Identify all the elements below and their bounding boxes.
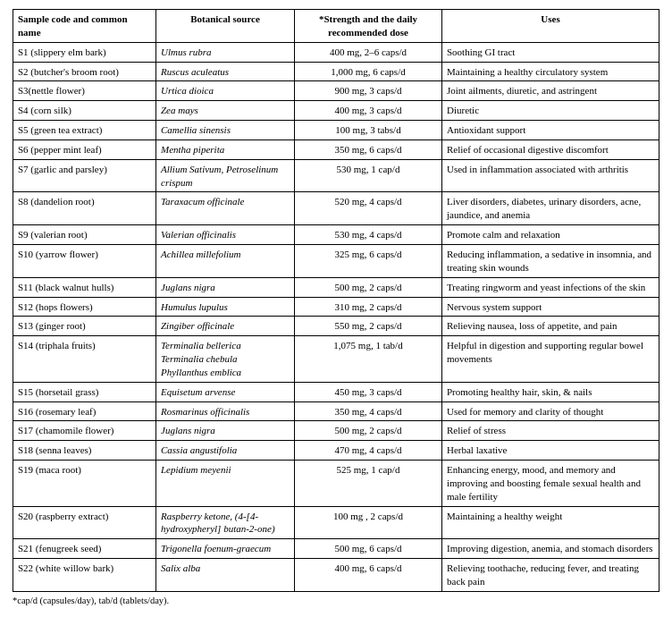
- cell-uses: Relieving nausea, loss of appetite, and …: [442, 317, 659, 336]
- cell-dose: 350 mg, 6 caps/d: [295, 139, 442, 159]
- cell-uses: Soothing GI tract: [442, 42, 659, 62]
- herb-table: Sample code and common name Botanical so…: [13, 9, 659, 592]
- cell-dose: 530 mg, 4 caps/d: [295, 225, 442, 245]
- table-row: S13 (ginger root)Zingiber officinale550 …: [13, 317, 659, 336]
- cell-botanical: Equisetum arvense: [156, 382, 295, 401]
- cell-code: S17 (chamomile flower): [13, 421, 156, 441]
- cell-uses: Promote calm and relaxation: [442, 225, 659, 245]
- cell-code: S2 (butcher's broom root): [13, 62, 156, 81]
- cell-code: S9 (valerian root): [13, 225, 156, 245]
- cell-botanical: Mentha piperita: [156, 139, 295, 159]
- cell-uses: Nervous system support: [442, 297, 659, 317]
- cell-dose: 450 mg, 3 caps/d: [295, 382, 442, 401]
- cell-botanical: Achillea millefolium: [156, 244, 295, 277]
- table-row: S8 (dandelion root)Taraxacum officinale5…: [13, 192, 659, 225]
- cell-uses: Herbal laxative: [442, 441, 659, 461]
- cell-botanical: Salix alba: [156, 559, 295, 592]
- cell-botanical: Trigonella foenum-graecum: [156, 539, 295, 559]
- table-row: S22 (white willow bark)Salix alba400 mg,…: [13, 559, 659, 592]
- table-row: S6 (pepper mint leaf)Mentha piperita350 …: [13, 139, 659, 159]
- cell-code: S15 (horsetail grass): [13, 382, 156, 401]
- table-row: S4 (corn silk)Zea mays400 mg, 3 caps/dDi…: [13, 101, 659, 121]
- cell-code: S8 (dandelion root): [13, 192, 156, 225]
- cell-dose: 100 mg , 2 caps/d: [295, 506, 442, 539]
- table-row: S15 (horsetail grass)Equisetum arvense45…: [13, 382, 659, 401]
- cell-code: S19 (maca root): [13, 461, 156, 507]
- col-header-botanical: Botanical source: [156, 10, 295, 43]
- cell-uses: Treating ringworm and yeast infections o…: [442, 277, 659, 297]
- cell-botanical: Zea mays: [156, 101, 295, 121]
- table-row: S12 (hops flowers)Humulus lupulus310 mg,…: [13, 297, 659, 317]
- cell-uses: Promoting healthy hair, skin, & nails: [442, 382, 659, 401]
- cell-botanical: Juglans nigra: [156, 421, 295, 441]
- cell-botanical: Humulus lupulus: [156, 297, 295, 317]
- cell-dose: 470 mg, 4 caps/d: [295, 441, 442, 461]
- cell-dose: 400 mg, 3 caps/d: [295, 101, 442, 121]
- cell-uses: Liver disorders, diabetes, urinary disor…: [442, 192, 659, 225]
- table-row: S19 (maca root)Lepidium meyenii525 mg, 1…: [13, 461, 659, 507]
- cell-code: S18 (senna leaves): [13, 441, 156, 461]
- cell-dose: 500 mg, 2 caps/d: [295, 277, 442, 297]
- cell-uses: Relief of stress: [442, 421, 659, 441]
- cell-uses: Used in inflammation associated with art…: [442, 159, 659, 192]
- cell-code: S10 (yarrow flower): [13, 244, 156, 277]
- cell-botanical: Raspberry ketone, (4-[4-hydroxypheryl] b…: [156, 506, 295, 539]
- cell-botanical: Taraxacum officinale: [156, 192, 295, 225]
- cell-code: S12 (hops flowers): [13, 297, 156, 317]
- cell-dose: 100 mg, 3 tabs/d: [295, 121, 442, 140]
- cell-uses: Reducing inflammation, a sedative in ins…: [442, 244, 659, 277]
- cell-botanical: Ulmus rubra: [156, 42, 295, 62]
- cell-botanical: Urtica dioica: [156, 81, 295, 101]
- cell-code: S11 (black walnut hulls): [13, 277, 156, 297]
- cell-botanical: Valerian officinalis: [156, 225, 295, 245]
- cell-botanical: Allium Sativum, Petroselinum crispum: [156, 159, 295, 192]
- cell-code: S21 (fenugreek seed): [13, 539, 156, 559]
- table-row: S10 (yarrow flower)Achillea millefolium3…: [13, 244, 659, 277]
- cell-botanical: Terminalia bellericaTerminalia chebulaPh…: [156, 336, 295, 383]
- table-row: S14 (triphala fruits)Terminalia belleric…: [13, 336, 659, 383]
- cell-uses: Used for memory and clarity of thought: [442, 401, 659, 421]
- cell-dose: 550 mg, 2 caps/d: [295, 317, 442, 336]
- cell-code: S20 (raspberry extract): [13, 506, 156, 539]
- table-row: S3(nettle flower)Urtica dioica900 mg, 3 …: [13, 81, 659, 101]
- cell-dose: 530 mg, 1 cap/d: [295, 159, 442, 192]
- table-row: S21 (fenugreek seed)Trigonella foenum-gr…: [13, 539, 659, 559]
- cell-dose: 400 mg, 6 caps/d: [295, 559, 442, 592]
- cell-botanical: Camellia sinensis: [156, 121, 295, 140]
- cell-code: S3(nettle flower): [13, 81, 156, 101]
- table-row: S5 (green tea extract)Camellia sinensis1…: [13, 121, 659, 140]
- cell-uses: Helpful in digestion and supporting regu…: [442, 336, 659, 383]
- col-header-dose: *Strength and the daily recommended dose: [295, 10, 442, 43]
- table-row: S16 (rosemary leaf)Rosmarinus officinali…: [13, 401, 659, 421]
- table-row: S17 (chamomile flower)Juglans nigra500 m…: [13, 421, 659, 441]
- cell-code: S5 (green tea extract): [13, 121, 156, 140]
- footnote: *cap/d (capsules/day), tab/d (tablets/da…: [13, 596, 659, 605]
- cell-code: S6 (pepper mint leaf): [13, 139, 156, 159]
- cell-botanical: Juglans nigra: [156, 277, 295, 297]
- cell-code: S16 (rosemary leaf): [13, 401, 156, 421]
- cell-uses: Improving digestion, anemia, and stomach…: [442, 539, 659, 559]
- cell-code: S22 (white willow bark): [13, 559, 156, 592]
- cell-dose: 310 mg, 2 caps/d: [295, 297, 442, 317]
- cell-uses: Maintaining a healthy weight: [442, 506, 659, 539]
- cell-dose: 325 mg, 6 caps/d: [295, 244, 442, 277]
- cell-dose: 500 mg, 6 caps/d: [295, 539, 442, 559]
- cell-botanical: Rosmarinus officinalis: [156, 401, 295, 421]
- cell-code: S14 (triphala fruits): [13, 336, 156, 383]
- cell-dose: 500 mg, 2 caps/d: [295, 421, 442, 441]
- cell-uses: Relief of occasional digestive discomfor…: [442, 139, 659, 159]
- table-row: S7 (garlic and parsley)Allium Sativum, P…: [13, 159, 659, 192]
- table-row: S20 (raspberry extract)Raspberry ketone,…: [13, 506, 659, 539]
- cell-dose: 1,075 mg, 1 tab/d: [295, 336, 442, 383]
- cell-botanical: Cassia angustifolia: [156, 441, 295, 461]
- cell-dose: 525 mg, 1 cap/d: [295, 461, 442, 507]
- cell-dose: 900 mg, 3 caps/d: [295, 81, 442, 101]
- table-row: S9 (valerian root)Valerian officinalis53…: [13, 225, 659, 245]
- cell-uses: Joint ailments, diuretic, and astringent: [442, 81, 659, 101]
- cell-dose: 400 mg, 2–6 caps/d: [295, 42, 442, 62]
- cell-dose: 1,000 mg, 6 caps/d: [295, 62, 442, 81]
- table-row: S2 (butcher's broom root)Ruscus aculeatu…: [13, 62, 659, 81]
- cell-uses: Relieving toothache, reducing fever, and…: [442, 559, 659, 592]
- cell-uses: Antioxidant support: [442, 121, 659, 140]
- cell-dose: 520 mg, 4 caps/d: [295, 192, 442, 225]
